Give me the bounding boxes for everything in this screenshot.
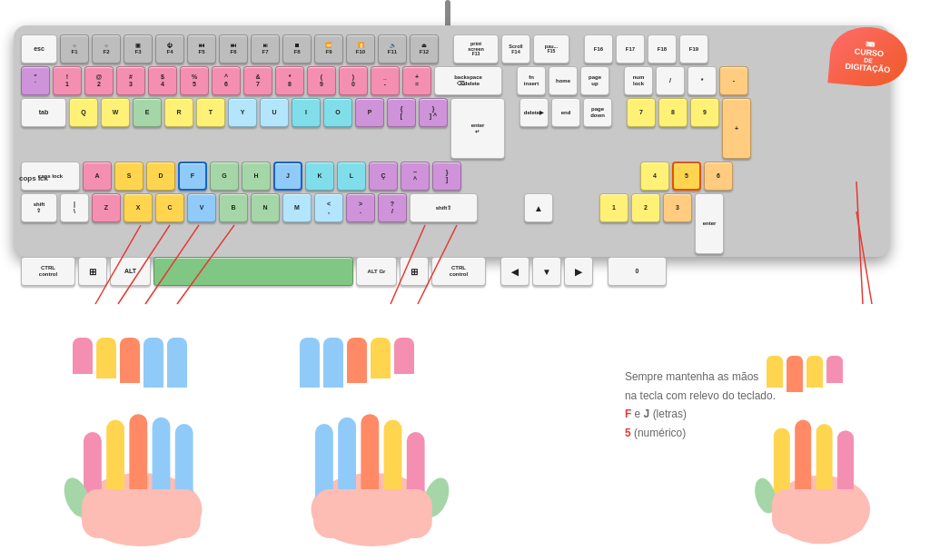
key-backtick[interactable]: "` <box>21 66 50 95</box>
key-f6[interactable]: ⏭F6 <box>219 34 248 64</box>
key-numadd[interactable]: + <box>722 98 751 159</box>
key-numenter[interactable]: enter <box>695 193 724 254</box>
key-space[interactable] <box>153 257 353 286</box>
key-v[interactable]: V <box>187 193 216 222</box>
key-scroll[interactable]: ScrollF14 <box>501 34 530 64</box>
key-shift-l-extra[interactable]: shift⇧ <box>21 193 57 222</box>
key-nummul[interactable]: * <box>688 66 717 95</box>
key-altgr[interactable]: ALT Gr <box>356 257 397 286</box>
key-3[interactable]: #3 <box>116 66 145 95</box>
key-numlock[interactable]: numlock <box>624 66 653 95</box>
key-win-l[interactable]: ⊞ <box>78 257 107 286</box>
key-f5[interactable]: ⏮F5 <box>187 34 216 64</box>
key-arrow-left[interactable]: ◀ <box>500 257 529 286</box>
key-f11[interactable]: 🔊F11 <box>378 34 407 64</box>
key-period[interactable]: >. <box>346 193 375 222</box>
key-x[interactable]: X <box>124 193 153 222</box>
key-1[interactable]: !1 <box>53 66 82 95</box>
key-7[interactable]: &7 <box>243 66 272 95</box>
key-d[interactable]: D <box>146 162 175 191</box>
key-m[interactable]: M <box>282 193 312 222</box>
key-pageup[interactable]: pageup <box>580 66 609 95</box>
key-s[interactable]: S <box>114 162 143 191</box>
key-h[interactable]: H <box>242 162 271 191</box>
key-q[interactable]: Q <box>69 98 98 127</box>
key-num7[interactable]: 7 <box>627 98 656 127</box>
key-num9[interactable]: 9 <box>690 98 719 127</box>
key-f[interactable]: F <box>178 162 207 191</box>
key-f1[interactable]: ☼F1 <box>60 34 89 64</box>
key-pause[interactable]: pau...F15 <box>533 34 569 64</box>
key-num3[interactable]: 3 <box>663 193 692 222</box>
key-home[interactable]: home <box>549 66 578 95</box>
key-y[interactable]: Y <box>228 98 257 127</box>
key-f8[interactable]: ⏹F8 <box>282 34 312 64</box>
key-g[interactable]: G <box>210 162 239 191</box>
key-i[interactable]: I <box>292 98 321 127</box>
key-comma[interactable]: <, <box>314 193 343 222</box>
key-fn[interactable]: fninsert <box>517 66 546 95</box>
key-l[interactable]: L <box>337 162 366 191</box>
key-ctrl-l[interactable]: CTRLcontrol <box>21 257 75 286</box>
key-f7[interactable]: ⏯F7 <box>251 34 280 64</box>
key-num5[interactable]: 5 <box>672 162 701 191</box>
key-end[interactable]: end <box>551 98 580 127</box>
key-equal[interactable]: += <box>402 66 431 95</box>
key-f3[interactable]: ▣F3 <box>124 34 153 64</box>
key-num4[interactable]: 4 <box>640 162 669 191</box>
key-tab[interactable]: tab <box>21 98 66 127</box>
key-8[interactable]: *8 <box>275 66 304 95</box>
key-n[interactable]: N <box>251 193 280 222</box>
key-cedilla[interactable]: Ç <box>369 162 398 191</box>
key-f16[interactable]: F16 <box>584 34 613 64</box>
key-u[interactable]: U <box>260 98 289 127</box>
key-minus[interactable]: _- <box>371 66 400 95</box>
key-arrow-right[interactable]: ▶ <box>564 257 593 286</box>
key-num0[interactable]: 0 <box>608 257 667 286</box>
key-arrow-down[interactable]: ▼ <box>532 257 561 286</box>
key-backspace[interactable]: backspace⌫delete <box>434 66 502 95</box>
key-c[interactable]: C <box>155 193 184 222</box>
key-delete[interactable]: delete▶ <box>519 98 549 127</box>
key-9[interactable]: (9 <box>307 66 336 95</box>
key-f19[interactable]: F19 <box>679 34 708 64</box>
key-f18[interactable]: F18 <box>648 34 677 64</box>
key-b[interactable]: B <box>219 193 248 222</box>
key-bracketr[interactable]: }] ^ <box>419 98 448 127</box>
key-2[interactable]: @2 <box>84 66 114 95</box>
key-t[interactable]: T <box>196 98 225 127</box>
key-esc[interactable]: esc <box>21 34 57 64</box>
key-num8[interactable]: 8 <box>658 98 688 127</box>
key-5[interactable]: %5 <box>180 66 209 95</box>
key-6[interactable]: ^6 <box>212 66 241 95</box>
key-f9[interactable]: ⏪F9 <box>314 34 343 64</box>
key-k[interactable]: K <box>305 162 334 191</box>
key-f2[interactable]: ☼F2 <box>92 34 121 64</box>
key-4[interactable]: $4 <box>148 66 177 95</box>
key-ctrl-r[interactable]: CTRLcontrol <box>431 257 486 286</box>
key-0[interactable]: )0 <box>339 66 368 95</box>
key-f12[interactable]: ⏏F12 <box>410 34 439 64</box>
key-print[interactable]: printscreenF13 <box>453 34 499 64</box>
key-p[interactable]: P <box>355 98 384 127</box>
key-z[interactable]: Z <box>92 193 121 222</box>
key-e[interactable]: E <box>133 98 162 127</box>
key-brace[interactable]: }] <box>432 162 461 191</box>
key-num6[interactable]: 6 <box>704 162 733 191</box>
key-alt-l[interactable]: ALT <box>110 257 151 286</box>
key-pagedown[interactable]: pagedown <box>583 98 612 127</box>
key-j[interactable]: J <box>273 162 302 191</box>
key-numsub[interactable]: - <box>719 66 748 95</box>
key-win-r[interactable]: ⊞ <box>400 257 429 286</box>
key-r[interactable]: R <box>164 98 193 127</box>
key-shift-r[interactable]: shift⇧ <box>410 193 478 222</box>
key-slash[interactable]: ?/ <box>378 193 407 222</box>
key-num1[interactable]: 1 <box>599 193 628 222</box>
key-num2[interactable]: 2 <box>631 193 660 222</box>
key-f4[interactable]: ⏻F4 <box>155 34 184 64</box>
key-numdiv[interactable]: / <box>656 66 685 95</box>
key-f10[interactable]: ⏫F10 <box>346 34 375 64</box>
key-arrow-up[interactable]: ▲ <box>524 193 553 222</box>
key-o[interactable]: O <box>323 98 352 127</box>
key-w[interactable]: W <box>101 98 130 127</box>
